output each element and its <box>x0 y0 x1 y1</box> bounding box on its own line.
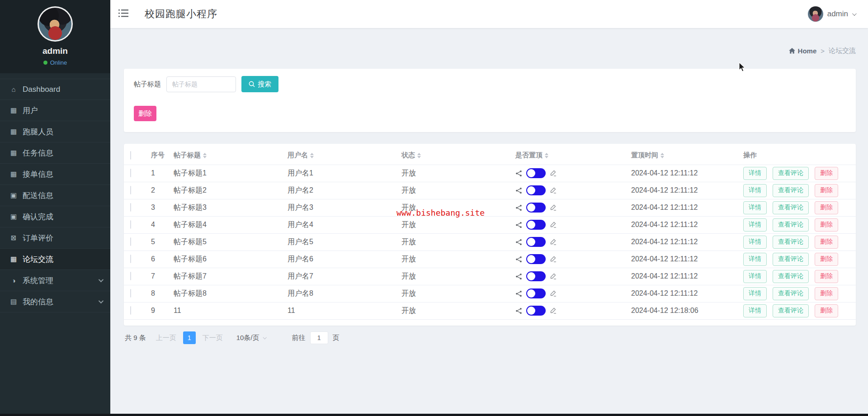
row-checkbox[interactable] <box>130 237 131 246</box>
edit-pencil-icon[interactable] <box>550 290 557 297</box>
sidebar-item-tasks[interactable]: ▦ 任务信息 <box>0 142 110 164</box>
sort-icon[interactable] <box>545 153 548 158</box>
edit-pencil-icon[interactable] <box>550 187 557 194</box>
view-comments-button[interactable]: 查看评论 <box>773 201 809 214</box>
delete-button[interactable]: 删除 <box>815 270 838 283</box>
share-icon[interactable] <box>515 239 522 246</box>
sidebar-item-runners[interactable]: ▦ 跑腿人员 <box>0 121 110 142</box>
share-icon[interactable] <box>515 222 522 228</box>
breadcrumb-home[interactable]: Home <box>789 47 817 55</box>
row-checkbox[interactable] <box>130 306 131 315</box>
edit-pencil-icon[interactable] <box>550 204 557 211</box>
delete-button[interactable]: 删除 <box>815 218 838 232</box>
sidebar-item-reviews[interactable]: ⊠ 订单评价 <box>0 227 110 249</box>
search-input[interactable] <box>166 76 236 92</box>
row-checkbox[interactable] <box>130 255 131 263</box>
detail-button[interactable]: 详情 <box>743 167 767 180</box>
column-header-status[interactable]: 状态 <box>397 147 511 165</box>
sidebar-item-system[interactable]: ◑ 系统管理 <box>0 270 110 291</box>
sidebar-item-forum[interactable]: ▦ 论坛交流 <box>0 249 110 270</box>
edit-pencil-icon[interactable] <box>550 273 557 280</box>
view-comments-button[interactable]: 查看评论 <box>773 304 809 317</box>
edit-pencil-icon[interactable] <box>550 307 557 314</box>
delete-button[interactable]: 删除 <box>815 201 838 214</box>
user-dropdown[interactable]: admin <box>808 6 855 22</box>
detail-button[interactable]: 详情 <box>743 304 767 317</box>
search-button[interactable]: 搜索 <box>241 76 278 92</box>
edit-pencil-icon[interactable] <box>550 238 557 246</box>
next-page-button[interactable]: 下一页 <box>203 334 223 342</box>
row-checkbox[interactable] <box>130 203 131 212</box>
column-header-top[interactable]: 是否置顶 <box>511 147 627 165</box>
pin-toggle[interactable] <box>526 203 546 213</box>
detail-button[interactable]: 详情 <box>743 218 767 232</box>
batch-delete-button[interactable]: 删除 <box>134 106 156 121</box>
watermark-text: www.bishebang.site <box>396 208 485 217</box>
sidebar-item-orders[interactable]: ▦ 接单信息 <box>0 164 110 185</box>
sidebar-item-confirm[interactable]: ▣ 确认完成 <box>0 206 110 227</box>
share-icon[interactable] <box>515 307 522 314</box>
pin-toggle[interactable] <box>526 271 546 281</box>
view-comments-button[interactable]: 查看评论 <box>773 287 809 300</box>
pin-toggle[interactable] <box>526 185 546 195</box>
sidebar-item-dashboard[interactable]: ⌂ Dashboard <box>0 79 110 100</box>
pin-toggle[interactable] <box>526 306 546 316</box>
row-checkbox[interactable] <box>130 220 131 229</box>
row-checkbox[interactable] <box>130 272 131 280</box>
share-icon[interactable] <box>515 187 522 194</box>
table-row: 9 11 11 开放 <box>124 302 856 319</box>
view-comments-button[interactable]: 查看评论 <box>773 270 809 283</box>
column-header-title[interactable]: 帖子标题 <box>169 147 283 165</box>
delete-button[interactable]: 删除 <box>815 167 838 180</box>
cell-num: 1 <box>146 165 169 182</box>
row-checkbox[interactable] <box>130 186 131 194</box>
row-checkbox[interactable] <box>130 169 131 177</box>
view-comments-button[interactable]: 查看评论 <box>773 184 809 197</box>
pin-toggle[interactable] <box>526 220 546 230</box>
share-icon[interactable] <box>515 290 522 297</box>
prev-page-button[interactable]: 上一页 <box>156 334 176 342</box>
edit-pencil-icon[interactable] <box>550 170 557 177</box>
sort-icon[interactable] <box>203 153 207 158</box>
delete-button[interactable]: 删除 <box>815 184 838 197</box>
view-comments-button[interactable]: 查看评论 <box>773 236 809 249</box>
row-checkbox[interactable] <box>130 289 131 298</box>
sort-icon[interactable] <box>660 153 664 158</box>
hamburger-menu-icon[interactable] <box>118 9 128 19</box>
delete-button[interactable]: 删除 <box>815 236 838 249</box>
sidebar-item-delivery[interactable]: ▣ 配送信息 <box>0 185 110 206</box>
delete-button[interactable]: 删除 <box>815 253 838 266</box>
column-header-time[interactable]: 置顶时间 <box>627 147 739 165</box>
view-comments-button[interactable]: 查看评论 <box>773 218 809 232</box>
view-comments-button[interactable]: 查看评论 <box>773 253 809 266</box>
detail-button[interactable]: 详情 <box>743 270 767 283</box>
detail-button[interactable]: 详情 <box>743 287 767 300</box>
share-icon[interactable] <box>515 273 522 280</box>
detail-button[interactable]: 详情 <box>743 184 767 197</box>
column-header-user[interactable]: 用户名 <box>283 147 397 165</box>
pin-toggle[interactable] <box>526 168 546 178</box>
pin-toggle[interactable] <box>526 288 546 298</box>
sidebar-menu: ⌂ Dashboard ▦ 用户 ▦ 跑腿人员 ▦ 任务信息 ▦ 接单信息 ▣ … <box>0 79 110 312</box>
delete-button[interactable]: 删除 <box>815 304 838 317</box>
pin-toggle[interactable] <box>526 254 546 264</box>
goto-page-input[interactable] <box>310 331 328 344</box>
pin-toggle[interactable] <box>526 237 546 247</box>
share-icon[interactable] <box>515 256 522 263</box>
sort-icon[interactable] <box>417 153 421 158</box>
detail-button[interactable]: 详情 <box>743 236 767 249</box>
view-comments-button[interactable]: 查看评论 <box>773 167 809 180</box>
share-icon[interactable] <box>515 170 522 177</box>
select-all-checkbox[interactable] <box>130 151 131 160</box>
sort-icon[interactable] <box>310 153 314 158</box>
page-number-button[interactable]: 1 <box>183 331 196 344</box>
detail-button[interactable]: 详情 <box>743 201 767 214</box>
edit-pencil-icon[interactable] <box>550 255 557 263</box>
sidebar-item-users[interactable]: ▦ 用户 <box>0 100 110 121</box>
share-icon[interactable] <box>515 204 522 211</box>
detail-button[interactable]: 详情 <box>743 253 767 266</box>
sidebar-item-myinfo[interactable]: ▤ 我的信息 <box>0 291 110 312</box>
delete-button[interactable]: 删除 <box>815 287 838 300</box>
page-size-select[interactable]: 10条/页 <box>236 334 266 342</box>
edit-pencil-icon[interactable] <box>550 221 557 228</box>
